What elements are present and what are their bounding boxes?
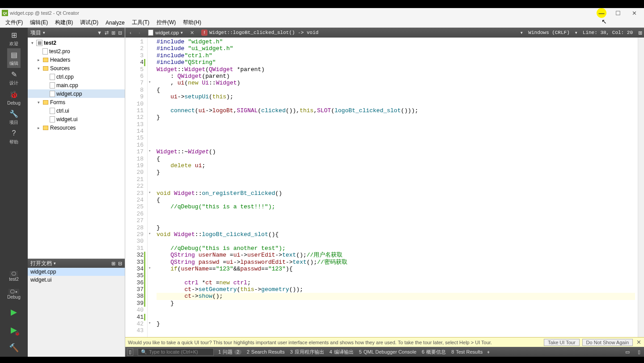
project-tree[interactable]: ▾▦test2test2.pro▸Headers▾Sourcesctrl.cpp… — [28, 38, 125, 258]
nav-fwd-button[interactable]: › — [136, 30, 143, 35]
tree-item[interactable]: ▾▦test2 — [28, 38, 125, 47]
expand-icon[interactable]: ▾ — [30, 41, 35, 45]
code-line[interactable]: { — [157, 87, 635, 93]
nav-back-button[interactable]: ‹ — [127, 30, 134, 35]
kit-selector[interactable]: 🖵 test2 — [0, 267, 28, 285]
tree-item[interactable]: ▸Resources — [28, 123, 125, 132]
build-button[interactable]: 🔨 — [0, 339, 28, 357]
output-pane-tab[interactable]: 5 QML Debugger Console — [359, 349, 416, 355]
mode-帮助[interactable]: ?帮助 — [7, 127, 20, 147]
close-window-button[interactable]: ✕ — [626, 8, 642, 18]
code-line[interactable]: //qDebug("this is another test"); — [157, 245, 635, 252]
progress-icon[interactable]: ▭ — [623, 349, 631, 355]
menu-item[interactable]: 控件(W) — [153, 18, 179, 27]
code-line[interactable] — [157, 211, 635, 217]
menu-item[interactable]: Analyze — [102, 19, 128, 27]
code-line[interactable]: : QWidget(parent) — [157, 73, 635, 80]
code-line[interactable]: { — [157, 197, 635, 203]
expand-icon[interactable]: ▾ — [36, 66, 41, 71]
code-line[interactable] — [157, 217, 635, 224]
menu-item[interactable]: 帮助(H) — [179, 18, 205, 27]
tree-item[interactable]: widget.cpp — [28, 89, 125, 98]
tree-item[interactable]: widget.ui — [28, 115, 125, 123]
split-editor-icon[interactable]: ⊞ — [638, 30, 642, 36]
file-tab[interactable]: widget.cpp ▾ — [144, 30, 186, 36]
code-line[interactable] — [157, 128, 635, 135]
chevron-down-icon[interactable]: ▾ — [521, 30, 523, 35]
code-line[interactable]: { — [157, 156, 635, 162]
code-line[interactable] — [157, 176, 635, 183]
minimize-button[interactable]: — — [597, 8, 606, 18]
code-line[interactable]: #include"ctrl.h" — [157, 52, 635, 59]
fold-marker[interactable]: ▾ — [148, 148, 151, 153]
code-line[interactable]: ct->setGeometry(this->geometry()); — [157, 286, 635, 293]
output-pane-tab[interactable]: 1 问题 2 — [218, 349, 242, 355]
projects-panel-header[interactable]: 项目 ▾ ▼ ⇄ ⊞ ⊟ — [28, 28, 125, 38]
expand-icon[interactable]: ▸ — [36, 126, 41, 130]
code-line[interactable]: ui->setupUi(this); — [157, 93, 635, 100]
code-line[interactable]: #include "ui_widget.h" — [157, 45, 635, 52]
close-infobar-button[interactable]: ✕ — [636, 339, 641, 346]
close-tab-button[interactable]: ✕ — [188, 30, 196, 36]
code-line[interactable] — [157, 314, 635, 321]
mode-项目[interactable]: 🔧项目 — [7, 107, 20, 127]
split-icon[interactable]: ⊞ — [111, 30, 115, 36]
code-line[interactable]: } — [157, 300, 635, 307]
code-line[interactable] — [157, 121, 635, 128]
tree-item[interactable]: ▸Headers — [28, 55, 125, 64]
code-line[interactable] — [157, 142, 635, 148]
code-line[interactable] — [157, 238, 635, 245]
menu-item[interactable]: 工具(T) — [128, 18, 153, 27]
tree-item[interactable]: ▾Sources — [28, 64, 125, 72]
code-line[interactable] — [157, 272, 635, 279]
menu-item[interactable]: 编辑(E) — [26, 18, 51, 27]
chevron-down-icon[interactable]: ▾ — [575, 30, 577, 35]
code-line[interactable]: Widget::~Widget() — [157, 148, 635, 155]
tree-item[interactable]: ctrl.ui — [28, 106, 125, 115]
maximize-button[interactable]: ☐ — [610, 8, 626, 18]
toggle-right-sidebar-icon[interactable]: ▯ — [636, 349, 642, 355]
code-line[interactable] — [157, 101, 635, 107]
output-pane-tab[interactable]: 3 应用程序输出 — [290, 349, 324, 355]
fold-marker[interactable]: ▾ — [148, 266, 151, 270]
link-icon[interactable]: ⇄ — [105, 30, 109, 36]
encoding-selector[interactable]: Windows (CRLF) — [525, 30, 573, 35]
tree-item[interactable]: main.cpp — [28, 81, 125, 89]
code-line[interactable]: } — [157, 321, 635, 327]
run-button[interactable]: ▶ — [0, 303, 28, 321]
mode-设计[interactable]: ✎设计 — [7, 68, 20, 88]
code-line[interactable]: } — [157, 169, 635, 176]
mode-debug[interactable]: 🐞Debug — [7, 88, 20, 107]
tree-item[interactable]: ▾Forms — [28, 98, 125, 106]
code-line[interactable]: ct->show(); — [157, 293, 635, 300]
open-doc-item[interactable]: widget.cpp — [28, 268, 125, 276]
code-line[interactable] — [157, 307, 635, 313]
close-panel-icon[interactable]: ⊟ — [118, 30, 122, 36]
fold-marker[interactable]: ▾ — [148, 80, 151, 84]
toggle-sidebar-icon[interactable]: ▯ — [127, 348, 133, 356]
code-line[interactable]: delete ui; — [157, 162, 635, 169]
symbol-crumb[interactable]: f Widget::logoBt_clicked_slot() -> void — [198, 30, 322, 36]
expand-icon[interactable]: ▸ — [36, 58, 41, 62]
code-line[interactable] — [157, 135, 635, 141]
fold-marker[interactable]: ▾ — [148, 231, 151, 236]
mode-编辑[interactable]: ▤编辑 — [7, 48, 20, 68]
code-line[interactable]: connect(ui->logoBt,SIGNAL(clicked()),thi… — [157, 107, 635, 114]
code-line[interactable]: ctrl *ct =new ctrl; — [157, 279, 635, 286]
code-line[interactable]: #include"QString" — [157, 59, 635, 66]
code-line[interactable] — [157, 327, 635, 334]
menu-item[interactable]: 文件(F) — [2, 18, 26, 27]
code-line[interactable]: QString passwd =ui->lpasswordEdit->text(… — [157, 259, 635, 266]
run-debug-button[interactable]: ▶🐞 — [0, 321, 28, 339]
build-config-selector[interactable]: 🖵▸ Debug — [0, 285, 28, 303]
code-line[interactable]: } — [157, 224, 635, 231]
menu-item[interactable]: 调试(D) — [76, 18, 102, 27]
output-pane-tab[interactable]: 2 Search Results — [247, 349, 285, 355]
fold-marker[interactable]: ▾ — [148, 190, 151, 195]
code-line[interactable]: if(userName=="123"&&passwd=="123"){ — [157, 266, 635, 272]
filter-icon[interactable]: ▼ — [97, 30, 102, 36]
code-line[interactable]: void Widget::logoBt_clicked_slot(){ — [157, 231, 635, 238]
fold-marker[interactable]: ▾ — [148, 321, 151, 325]
tree-item[interactable]: ctrl.cpp — [28, 72, 125, 81]
code-line[interactable]: , ui(new Ui::Widget) — [157, 80, 635, 86]
